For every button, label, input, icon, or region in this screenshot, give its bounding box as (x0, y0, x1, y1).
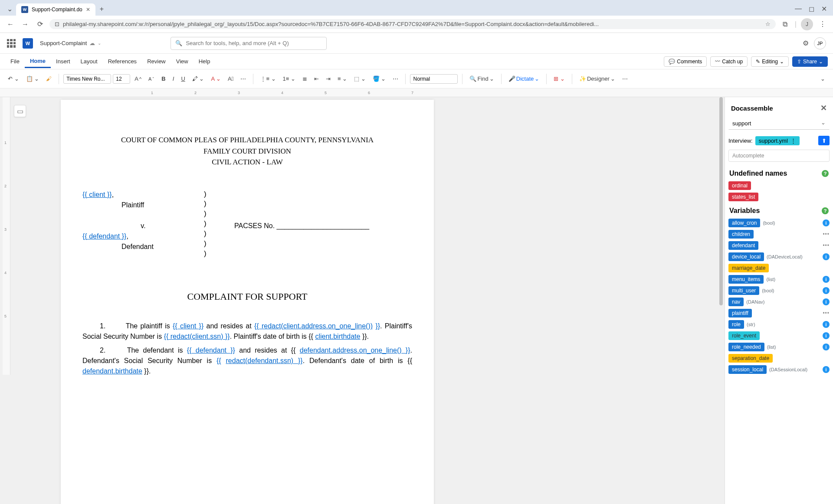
undefined-tag-ordinal[interactable]: ordinal (728, 181, 751, 190)
increase-indent-button[interactable]: ⇥ (323, 74, 333, 84)
clear-formatting-button[interactable]: A⃠ (225, 74, 236, 84)
browser-menu-icon[interactable]: ⋮ (817, 19, 828, 29)
variable-tag-nav[interactable]: nav (728, 298, 744, 306)
profile-avatar[interactable]: J (801, 18, 813, 30)
more-toolbar-button[interactable]: ⋯ (620, 74, 630, 84)
italic-button[interactable]: I (170, 74, 177, 84)
menu-layout[interactable]: Layout (75, 56, 103, 67)
menu-references[interactable]: References (103, 56, 142, 67)
menu-file[interactable]: File (5, 56, 25, 67)
app-launcher-icon[interactable] (7, 39, 16, 48)
menu-home[interactable]: Home (25, 55, 51, 68)
info-icon[interactable]: i (823, 287, 830, 294)
tab-dropdown[interactable]: ⌄ (3, 2, 16, 16)
variable-tag-session-local[interactable]: session_local (728, 365, 767, 374)
vertical-scrollbar[interactable] (718, 97, 724, 504)
menu-help[interactable]: Help (193, 56, 216, 67)
more-icon[interactable]: ••• (823, 310, 830, 316)
info-icon[interactable]: i (823, 366, 830, 373)
document-page[interactable]: COURT OF COMMON PLEAS OF PHILADELPHIA CO… (61, 100, 434, 504)
more-para-button[interactable]: ⋯ (390, 74, 401, 84)
addins-button[interactable]: ⊞ ⌄ (551, 74, 567, 84)
format-painter-button[interactable]: 🖌 (43, 74, 54, 84)
search-input[interactable]: 🔍 Search for tools, help, and more (Alt … (171, 37, 327, 50)
upload-button[interactable]: ⬆ (818, 136, 830, 145)
horizontal-ruler[interactable]: 1 2 3 4 5 6 7 (0, 88, 833, 97)
font-color-button[interactable]: A ⌄ (208, 74, 223, 84)
document-title[interactable]: Support-Complaint ☁ ⌄ (40, 40, 101, 46)
align-button[interactable]: ≡ ⌄ (335, 74, 350, 84)
catchup-button[interactable]: 〰 Catch up (710, 56, 748, 67)
undo-button[interactable]: ↶ ⌄ (5, 74, 22, 84)
variable-tag-multi-user[interactable]: multi_user (728, 286, 759, 295)
highlight-button[interactable]: 🖍 ⌄ (190, 74, 207, 84)
panel-close-icon[interactable]: ✕ (820, 103, 827, 113)
maximize-icon[interactable]: ◻ (809, 5, 814, 13)
info-icon[interactable]: i (823, 344, 830, 350)
variable-tag-role[interactable]: role (728, 320, 744, 329)
decrease-indent-button[interactable]: ⇤ (312, 74, 321, 84)
variable-tag-role-event[interactable]: role_event (728, 331, 760, 340)
undefined-tag-states-list[interactable]: states_list (728, 193, 758, 201)
dictate-button[interactable]: 🎤 Dictate ⌄ (506, 74, 542, 84)
menu-review[interactable]: Review (142, 56, 171, 67)
vertical-ruler[interactable]: 1 2 3 4 5 (3, 97, 10, 375)
variable-tag-marriage-date[interactable]: marriage_date (728, 264, 769, 272)
info-icon[interactable]: i (823, 253, 830, 260)
font-select[interactable] (63, 74, 111, 84)
info-icon[interactable]: i (823, 219, 830, 226)
variable-tag-defendant[interactable]: defendant (728, 241, 758, 250)
multilevel-button[interactable]: ≣ (300, 74, 310, 84)
shrink-font-button[interactable]: A˅ (146, 75, 157, 83)
variable-tag-allow-cron[interactable]: allow_cron (728, 219, 760, 227)
designer-button[interactable]: ✨ Designer ⌄ (577, 74, 618, 84)
numbering-button[interactable]: 1≡ ⌄ (280, 74, 298, 84)
share-button[interactable]: ⇪ Share ⌄ (792, 56, 828, 67)
variable-tag-children[interactable]: children (728, 230, 754, 239)
close-window-icon[interactable]: ✕ (821, 5, 827, 13)
bullets-button[interactable]: ⋮≡ ⌄ (258, 74, 278, 84)
autocomplete-input[interactable]: Autocomplete (728, 150, 830, 162)
new-tab-button[interactable]: + (95, 3, 108, 16)
url-input[interactable]: ⊡ philalegal-my.sharepoint.com/:w:/r/per… (49, 19, 776, 29)
variable-tag-separation-date[interactable]: separation_date (728, 354, 773, 363)
navigation-pane-toggle[interactable]: ▭ (14, 105, 26, 117)
editing-button[interactable]: ✎ Editing ⌄ (751, 56, 789, 67)
close-tab-icon[interactable]: ✕ (86, 7, 90, 13)
interview-menu-icon[interactable]: ⋮ (790, 137, 796, 144)
find-button[interactable]: 🔍 Find ⌄ (467, 74, 496, 84)
menu-insert[interactable]: Insert (51, 56, 75, 67)
interview-file-tag[interactable]: support.yml ⋮ (755, 136, 800, 145)
variable-tag-plaintiff[interactable]: plaintiff (728, 309, 752, 317)
help-icon[interactable]: ? (822, 207, 829, 214)
shading-button[interactable]: 🪣 ⌄ (370, 74, 389, 84)
bold-button[interactable]: B (159, 74, 168, 84)
font-size-select[interactable] (113, 74, 130, 84)
forward-button[interactable]: → (20, 19, 30, 29)
collapse-ribbon-button[interactable]: ⌄ (818, 74, 828, 84)
title-dropdown-icon[interactable]: ⌄ (98, 41, 101, 46)
underline-button[interactable]: U (178, 74, 187, 84)
help-icon[interactable]: ? (822, 170, 829, 177)
variable-tag-role-needed[interactable]: role_needed (728, 343, 764, 351)
info-icon[interactable]: i (823, 298, 830, 305)
reload-button[interactable]: ⟳ (35, 19, 45, 29)
site-info-icon[interactable]: ⊡ (55, 21, 59, 27)
panel-search-input[interactable]: support (728, 117, 830, 130)
back-button[interactable]: ← (5, 19, 16, 29)
clipboard-button[interactable]: 📋 ⌄ (23, 74, 42, 84)
more-icon[interactable]: ••• (823, 242, 830, 249)
more-font-button[interactable]: ⋯ (238, 74, 249, 84)
info-icon[interactable]: i (823, 321, 830, 328)
document-canvas[interactable]: 1 2 3 4 5 ▭ COURT OF COMMON PLEAS OF PHI… (0, 97, 725, 504)
extensions-icon[interactable]: ⧉ (780, 19, 790, 29)
comments-button[interactable]: 💬 Comments (664, 56, 707, 67)
browser-tab[interactable]: W Support-Complaint.do ✕ (16, 3, 95, 16)
more-icon[interactable]: ••• (823, 231, 830, 237)
info-icon[interactable]: i (823, 332, 830, 339)
user-avatar[interactable]: JP (814, 37, 826, 49)
menu-view[interactable]: View (171, 56, 193, 67)
settings-icon[interactable]: ⚙ (803, 39, 809, 47)
variable-tag-device-local[interactable]: device_local (728, 252, 764, 261)
minimize-icon[interactable]: — (795, 5, 802, 13)
